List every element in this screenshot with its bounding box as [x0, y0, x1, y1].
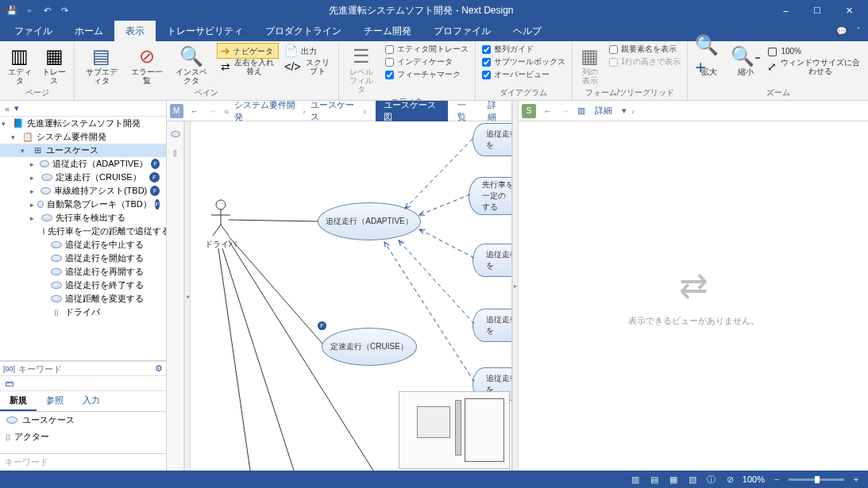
tree-item[interactable]: 追従距離を変更する — [0, 292, 166, 305]
tree-menu-icon[interactable]: ▾ — [14, 103, 19, 113]
tree-collapse-icon[interactable]: « — [5, 104, 10, 113]
tree-item[interactable]: ▸定速走行（CRUISE）F — [0, 171, 166, 184]
script-button[interactable]: </>スクリプト — [280, 59, 335, 75]
palette-tab-ref[interactable]: 参照 — [37, 391, 73, 411]
zoom-in-button[interactable]: 🔍+拡大 — [691, 43, 727, 79]
status-zoom-out-icon[interactable]: − — [770, 475, 784, 484]
menu-home[interactable]: ホーム — [64, 21, 114, 41]
status-layout4-icon[interactable]: ▧ — [685, 475, 700, 485]
sub-nav-back-icon[interactable]: ← — [541, 106, 554, 116]
chk-indicator[interactable]: インディケータ — [382, 56, 472, 68]
new-icon[interactable]: ▫ — [24, 6, 35, 16]
menu-view[interactable]: 表示 — [114, 21, 156, 41]
palette-actor[interactable]: 𖨆アクター — [0, 428, 166, 445]
tree-item[interactable]: 追従走行を開始する — [0, 252, 166, 265]
palette-usecase[interactable]: ユースケース — [0, 412, 166, 428]
tree-item[interactable]: 追従走行を再開する — [0, 265, 166, 279]
status-error-icon[interactable]: ⊘ — [723, 475, 738, 485]
menu-team[interactable]: チーム開発 — [353, 21, 422, 41]
tree-item[interactable]: ▸自動緊急ブレーキ（TBD）F — [0, 198, 166, 211]
tree-actor-driver[interactable]: 𖨆ドライバ — [0, 305, 166, 319]
chk-parent-name[interactable]: 親要素名を表示 — [606, 43, 685, 56]
chk-subtoolbox[interactable]: サブツールボックス — [479, 56, 569, 68]
uc-partial-1[interactable]: 追従走行を — [473, 123, 511, 156]
chevron-down-icon[interactable]: ▾ — [622, 106, 627, 116]
nav-fwd-icon[interactable]: → — [206, 106, 220, 116]
actor-driver-shape[interactable]: ドライバ — [205, 199, 237, 250]
menu-productline[interactable]: プロダクトライン — [254, 21, 353, 41]
zoom-fit-button[interactable]: ⤢ウィンドウサイズに合わせる — [763, 59, 865, 75]
columns-button[interactable]: ▦列の表示 — [576, 43, 604, 87]
subeditor-button[interactable]: ▤サブエディタ — [78, 43, 125, 87]
breadcrumb-2[interactable]: ユースケース — [311, 101, 358, 123]
chk-featuremark[interactable]: フィーチャマーク — [382, 68, 472, 81]
chk-editor-trace[interactable]: エティタ間トレース — [382, 43, 472, 56]
chk-overview[interactable]: オーバービュー — [479, 68, 569, 81]
minimap[interactable] — [399, 391, 510, 469]
tree-package[interactable]: ▾📋システム要件開発 — [0, 130, 166, 144]
menu-help[interactable]: ヘルプ — [502, 21, 553, 41]
zoom-out-button[interactable]: 🔍-縮小 — [729, 43, 762, 79]
levelfilter-button[interactable]: ☰レベルフィルタ — [342, 43, 380, 96]
palette-tab-input[interactable]: 入力 — [73, 391, 110, 411]
filter-mode-icon[interactable]: [00] — [3, 365, 15, 373]
sub-view-icon[interactable]: ▥ — [577, 106, 585, 116]
sub-nav-fwd-icon[interactable]: → — [559, 106, 573, 116]
tree-item[interactable]: 追従走行を終了する — [0, 279, 166, 292]
filter-settings-icon[interactable]: ⚙ — [155, 363, 163, 374]
tree-filter-input[interactable] — [18, 364, 152, 374]
ribbon-collapse-icon[interactable]: ˇ — [857, 26, 860, 36]
save-icon[interactable]: 💾 — [6, 6, 17, 16]
tree-item[interactable]: 追従走行を中止する — [0, 238, 166, 252]
tool-usecase[interactable] — [169, 128, 182, 140]
tree-item[interactable]: ▸先行車を検出する — [0, 211, 166, 225]
status-info-icon[interactable]: ⓘ — [704, 474, 719, 486]
tree-item[interactable]: ▸追従走行（ADAPTIVE）F — [0, 157, 166, 171]
svg-line-10 — [405, 139, 473, 209]
feedback-icon[interactable]: 💬 — [836, 26, 847, 37]
close-button[interactable]: ✕ — [833, 6, 865, 16]
status-zoom-slider[interactable] — [789, 478, 844, 481]
tree-item[interactable]: 先行車を一定の距離で追従する — [0, 225, 166, 238]
breadcrumb-1[interactable]: システム要件開発 — [234, 101, 299, 123]
tool-actor[interactable]: 𖨆 — [169, 147, 182, 159]
swap-button[interactable]: ⇄左右を入れ替え — [217, 59, 279, 75]
actor-driver-label: ドライバ — [205, 239, 237, 250]
menu-profile[interactable]: プロファイル — [422, 21, 502, 41]
uc-partial-2[interactable]: 先行車を一定の する — [469, 177, 511, 215]
nav-back-icon[interactable]: ← — [188, 106, 202, 116]
ribbon: ▥エディタ ▦トレース ページ ▤サブエディタ ⊘エラー一覧 🔍インスペクタ ➜… — [0, 41, 868, 101]
sub-view-detail[interactable]: 詳細 — [590, 102, 617, 119]
maximize-button[interactable]: ☐ — [801, 6, 833, 16]
editor-page-button[interactable]: ▥エディタ — [3, 43, 37, 87]
undo-icon[interactable]: ↶ — [41, 6, 52, 16]
diagram-canvas[interactable]: ドライバ 追従走行（ADAPTIVE） F 定速走行（CRUISE） 追従走行を… — [191, 121, 511, 471]
uc-partial-3[interactable]: 追従走行を — [473, 244, 511, 277]
tree-filter-bar: [00] ⚙ — [0, 361, 166, 376]
usecase-icon — [51, 255, 62, 262]
menu-traceability[interactable]: トレーサビリティ — [156, 21, 254, 41]
status-layout3-icon[interactable]: ▦ — [666, 475, 681, 485]
palette-keyword[interactable]: キーワード — [0, 453, 166, 471]
uc-adaptive[interactable]: 追従走行（ADAPTIVE） — [318, 202, 421, 240]
menu-file[interactable]: ファイル — [3, 21, 64, 41]
chk-align-guide[interactable]: 整列ガイド — [479, 43, 569, 56]
tree-root[interactable]: ▾📘先進運転システムソフト開発 — [0, 117, 166, 130]
palette-tab-new[interactable]: 新規 — [0, 391, 37, 411]
trace-page-button[interactable]: ▦トレース — [38, 43, 71, 87]
uc-cruise[interactable]: 定速走行（CRUISE） — [322, 328, 417, 366]
status-layout1-icon[interactable]: ▥ — [628, 475, 642, 485]
minimize-button[interactable]: ‒ — [770, 6, 801, 16]
zoom-pct-button[interactable]: ▢100% — [763, 43, 865, 59]
status-zoom-in-icon[interactable]: + — [849, 475, 863, 484]
chk-one-row[interactable]: 1行の高さで表示 — [606, 56, 685, 68]
center-right-collapser[interactable]: ▸ — [512, 101, 519, 471]
errors-button[interactable]: ⊘エラー一覧 — [126, 43, 167, 87]
tree-folder-usecase[interactable]: ▾⊞ユースケース — [0, 144, 166, 157]
toolstrip-collapser[interactable]: ◂ — [184, 121, 191, 471]
tree-item[interactable]: ▸車線維持アシスト(TBD)F — [0, 184, 166, 198]
redo-icon[interactable]: ↷ — [59, 6, 70, 16]
uc-partial-4[interactable]: 追従走行を — [473, 309, 511, 342]
status-layout2-icon[interactable]: ▤ — [647, 475, 662, 485]
inspector-button[interactable]: 🔍インスペクタ — [168, 43, 215, 87]
